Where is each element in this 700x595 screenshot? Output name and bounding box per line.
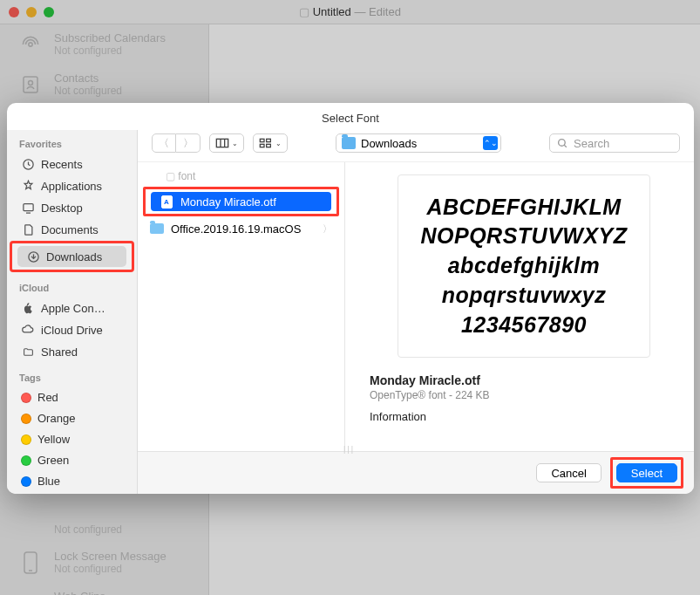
preview-metadata: Monday Miracle.otf OpenType® font - 224 … — [370, 373, 678, 423]
font-file-icon: A — [160, 195, 173, 209]
apple-icon — [21, 301, 35, 315]
icloud-header: iCloud — [7, 279, 137, 297]
svg-line-22 — [564, 145, 567, 147]
svg-rect-10 — [23, 203, 32, 210]
search-icon — [557, 138, 568, 149]
select-font-dialog: Select Font Favorites Recents Applicatio… — [7, 103, 694, 494]
location-label: Downloads — [361, 137, 417, 150]
svg-rect-14 — [216, 139, 228, 147]
downloads-icon — [26, 250, 40, 263]
sidebar-item-label: Shared — [41, 345, 78, 359]
sidebar-item-desktop[interactable]: Desktop — [12, 197, 132, 218]
downloads-highlight: Downloads — [10, 241, 134, 272]
sidebar-tag-green[interactable]: Green — [12, 450, 132, 470]
preview-info-label: Information — [370, 410, 678, 423]
sidebar-item-icloud-drive[interactable]: iCloud Drive — [12, 319, 132, 340]
cancel-button[interactable]: Cancel — [536, 463, 601, 482]
sidebar-item-label: Desktop — [41, 202, 83, 215]
preview-line: 1234567890 — [461, 311, 587, 340]
dialog-main: 〈 〉 ⌄ ⌄ Downloads ⌃⌄ — [138, 130, 694, 494]
finder-sidebar: Favorites Recents Applications Desktop D… — [7, 130, 138, 494]
sidebar-item-label: Applications — [41, 180, 102, 193]
chevron-left-icon: 〈 — [159, 136, 169, 151]
column-header: ▢ font — [138, 168, 344, 187]
preview-filename: Monday Miracle.otf — [370, 373, 678, 387]
search-input[interactable]: Search — [549, 133, 680, 153]
sidebar-item-label: Red — [37, 391, 58, 404]
select-button[interactable]: Select — [616, 463, 677, 482]
file-highlight: A Monday Miracle.otf — [143, 187, 339, 216]
sidebar-item-label: Downloads — [46, 250, 102, 263]
sidebar-item-downloads[interactable]: Downloads — [17, 246, 126, 267]
nav-back-button[interactable]: 〈 — [152, 133, 176, 153]
preview-line: ABCDEFGHIJKLM — [426, 193, 621, 222]
cloud-icon — [21, 323, 35, 337]
chevron-right-icon: 〉 — [323, 222, 332, 236]
select-highlight: Select — [610, 457, 683, 489]
svg-rect-17 — [260, 139, 264, 141]
sidebar-item-label: Recents — [41, 158, 83, 171]
tag-dot-icon — [21, 455, 31, 466]
sidebar-item-applications[interactable]: Applications — [12, 175, 132, 196]
sidebar-item-label: iCloud Drive — [41, 324, 103, 337]
sidebar-tag-yellow[interactable]: Yellow — [12, 429, 132, 449]
sidebar-item-label: Orange — [37, 412, 75, 425]
sidebar-item-shared[interactable]: Shared — [12, 341, 132, 362]
chevron-updown-icon: ⌃⌄ — [483, 136, 498, 150]
tag-dot-icon — [21, 434, 31, 445]
sidebar-item-apple[interactable]: Apple Con… — [12, 298, 132, 318]
file-row-office[interactable]: Office.2019.16.19.macOS 〉 — [141, 219, 341, 238]
sidebar-item-label: Blue — [37, 475, 60, 488]
favorites-header: Favorites — [7, 135, 137, 153]
preview-line: nopqrstuvwxyz — [442, 281, 606, 311]
preview-line: abcdefghijklm — [448, 251, 601, 281]
documents-icon — [21, 222, 35, 236]
chevron-right-icon: 〉 — [183, 136, 194, 151]
sidebar-item-recents[interactable]: Recents — [12, 154, 132, 174]
grid-icon — [259, 138, 273, 148]
preview-kind: OpenType® font - 224 KB — [370, 389, 678, 401]
preview-pane: ABCDEFGHIJKLM NOPQRSTUVWXYZ abcdefghijkl… — [345, 162, 694, 451]
columns-icon — [215, 138, 229, 148]
preview-line: NOPQRSTUVWXYZ — [420, 222, 627, 251]
chevron-down-icon: ⌄ — [275, 140, 282, 147]
clock-icon — [21, 157, 35, 171]
svg-rect-20 — [267, 144, 271, 147]
font-preview: ABCDEFGHIJKLM NOPQRSTUVWXYZ abcdefghijkl… — [398, 174, 650, 358]
view-columns-button[interactable]: ⌄ — [209, 133, 244, 153]
tag-dot-icon — [21, 476, 31, 487]
dialog-footer: ||| Cancel Select — [138, 451, 694, 494]
tags-header: Tags — [7, 369, 137, 386]
sidebar-tag-orange[interactable]: Orange — [12, 408, 132, 428]
desktop-icon — [21, 201, 35, 215]
chevron-down-icon: ⌄ — [232, 140, 238, 147]
file-name: Office.2019.16.19.macOS — [171, 222, 301, 236]
file-column: ▢ font A Monday Miracle.otf Office.2019.… — [138, 162, 345, 451]
file-row-monday-miracle[interactable]: A Monday Miracle.otf — [151, 192, 331, 211]
folder-icon — [150, 222, 164, 236]
sidebar-item-label: Documents — [41, 223, 99, 236]
sidebar-item-documents[interactable]: Documents — [12, 219, 132, 240]
view-grid-button[interactable]: ⌄ — [253, 133, 288, 153]
folder-icon — [342, 137, 356, 149]
tag-dot-icon — [21, 414, 31, 424]
svg-rect-19 — [260, 144, 264, 147]
location-dropdown[interactable]: Downloads ⌃⌄ — [336, 133, 501, 153]
sidebar-item-label: Green — [37, 454, 69, 467]
file-name: Monday Miracle.otf — [180, 195, 276, 209]
svg-point-21 — [559, 139, 566, 146]
tag-dot-icon — [21, 393, 31, 403]
shared-folder-icon — [21, 345, 35, 359]
resize-grip-icon[interactable]: ||| — [343, 445, 355, 454]
sidebar-item-label: Yellow — [37, 433, 70, 446]
sidebar-item-label: Apple Con… — [41, 302, 105, 315]
browser-content: ▢ font A Monday Miracle.otf Office.2019.… — [138, 162, 694, 451]
search-placeholder: Search — [574, 137, 609, 150]
dialog-title: Select Font — [7, 103, 694, 130]
sidebar-tag-red[interactable]: Red — [12, 387, 132, 407]
sidebar-tag-blue[interactable]: Blue — [12, 471, 132, 491]
nav-buttons: 〈 〉 — [152, 133, 200, 153]
nav-forward-button[interactable]: 〉 — [176, 133, 200, 153]
dialog-toolbar: 〈 〉 ⌄ ⌄ Downloads ⌃⌄ — [138, 130, 694, 162]
svg-rect-18 — [267, 139, 271, 141]
